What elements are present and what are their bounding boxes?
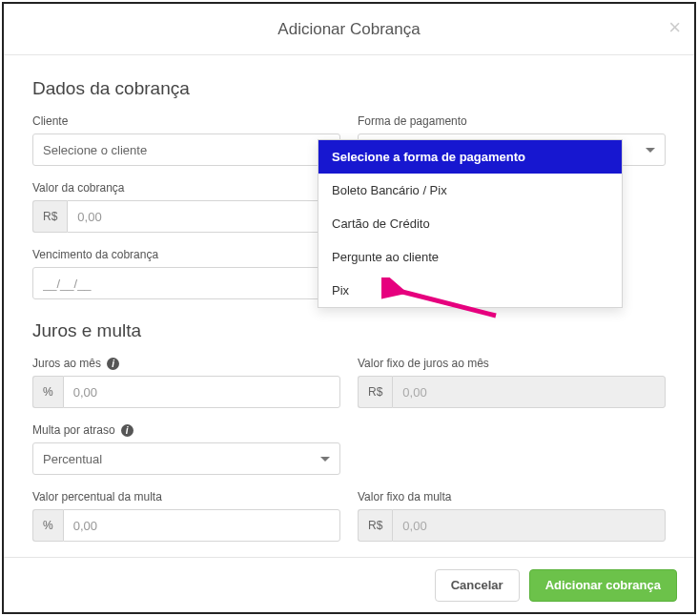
label-multa-tipo: Multa por atraso (32, 423, 115, 437)
dropdown-option[interactable]: Cartão de Crédito (318, 207, 622, 240)
label-multa-percentual: Valor percentual da multa (32, 490, 340, 503)
dropdown-option[interactable]: Selecione a forma de pagamento (318, 140, 622, 174)
section-dados: Dados da cobrança (32, 78, 666, 99)
addon-rs: R$ (32, 200, 67, 233)
juros-fixo-input (392, 376, 666, 408)
cliente-select[interactable]: Selecione o cliente (32, 133, 340, 166)
label-juros-fixo: Valor fixo de juros ao mês (358, 357, 666, 370)
info-icon[interactable]: i (121, 424, 133, 437)
label-forma: Forma de pagamento (358, 114, 666, 128)
dropdown-option-pix[interactable]: Pix (318, 274, 622, 307)
valor-input[interactable] (67, 200, 340, 233)
cliente-select-value: Selecione o cliente (43, 143, 147, 157)
dialog-title: Adicionar Cobrança (277, 20, 420, 39)
cancel-button[interactable]: Cancelar (435, 569, 520, 602)
addon-rs-3: R$ (358, 509, 392, 542)
section-juros: Juros e multa (32, 320, 666, 341)
multa-percentual-input[interactable] (63, 509, 340, 542)
label-multa-fixo: Valor fixo da multa (358, 490, 666, 503)
juros-mes-input[interactable] (63, 376, 340, 408)
vencimento-input[interactable] (32, 267, 340, 299)
multa-tipo-select[interactable]: Percentual (32, 442, 340, 475)
multa-tipo-value: Percentual (43, 452, 102, 466)
addon-percent-2: % (32, 509, 63, 542)
dropdown-option[interactable]: Boleto Bancário / Pix (318, 174, 622, 207)
label-vencimento: Vencimento da cobrança (32, 248, 340, 261)
multa-fixo-input (392, 509, 666, 542)
addon-percent: % (32, 376, 63, 408)
close-icon[interactable]: × (668, 15, 681, 40)
label-juros-mes: Juros ao mês (32, 357, 101, 370)
label-cliente: Cliente (32, 114, 340, 128)
label-valor: Valor da cobrança (32, 181, 340, 195)
submit-button[interactable]: Adicionar cobrança (529, 569, 677, 602)
dialog-body: Dados da cobrança Cliente Selecione o cl… (4, 55, 694, 557)
forma-pagamento-dropdown[interactable]: Selecione a forma de pagamento Boleto Ba… (318, 139, 623, 308)
info-icon[interactable]: i (107, 358, 119, 370)
addon-rs-2: R$ (358, 376, 392, 408)
dropdown-option[interactable]: Pergunte ao cliente (318, 240, 622, 274)
